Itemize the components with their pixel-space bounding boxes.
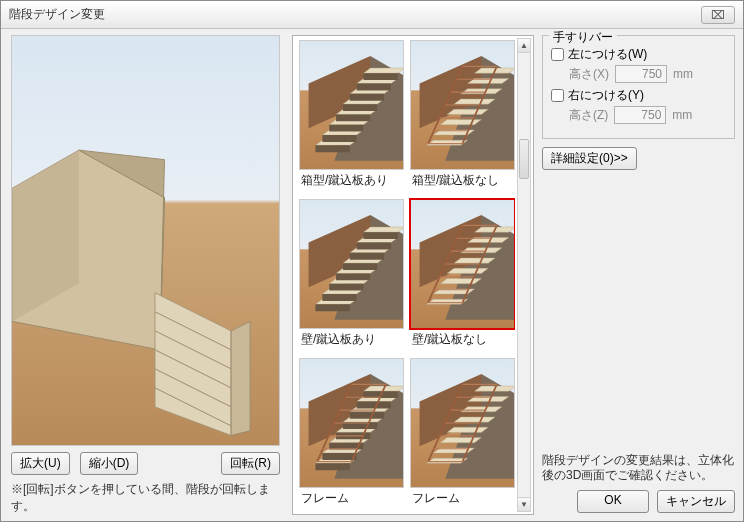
thumbnail-label: 壁/蹴込板なし <box>410 329 515 352</box>
svg-marker-99 <box>357 402 391 409</box>
gallery-scrollbar[interactable]: ▲ ▼ <box>517 38 531 512</box>
gallery-container: 箱型/蹴込板あり箱型/蹴込板なし壁/蹴込板あり壁/蹴込板なしフレームフレーム ▲… <box>292 35 534 515</box>
svg-marker-54 <box>329 284 363 291</box>
svg-marker-60 <box>350 253 384 260</box>
scroll-handle[interactable] <box>519 139 529 179</box>
svg-marker-71 <box>454 258 495 263</box>
stair-thumbnail[interactable] <box>299 40 404 170</box>
preview-pane: 拡大(U) 縮小(D) 回転(R) ※[回転]ボタンを押している間、階段が回転し… <box>1 29 286 521</box>
thumbnail-cell: フレーム <box>410 358 515 510</box>
thumbnail-cell: 壁/蹴込板あり <box>299 199 404 352</box>
svg-marker-26 <box>364 68 403 73</box>
titlebar: 階段デザイン変更 ⌧ <box>1 1 743 29</box>
svg-marker-17 <box>329 125 363 132</box>
svg-marker-62 <box>357 243 391 250</box>
svg-marker-13 <box>315 145 349 152</box>
svg-marker-27 <box>364 73 398 80</box>
right-handrail-row: 右につける(Y) <box>551 87 726 104</box>
svg-marker-34 <box>454 99 495 104</box>
detail-settings-button[interactable]: 詳細設定(0)>> <box>542 147 637 170</box>
handrail-legend: 手すりバー <box>549 29 617 46</box>
cancel-button[interactable]: キャンセル <box>657 490 735 513</box>
thumbnail-cell: フレーム <box>299 358 404 510</box>
handrail-group: 手すりバー 左につける(W) 高さ(X) mm 右につける(Y) <box>542 35 735 139</box>
thumbnail-label: フレーム <box>410 488 515 510</box>
window-title: 階段デザイン変更 <box>9 6 105 23</box>
svg-marker-64 <box>364 232 398 239</box>
gallery-pane: 箱型/蹴込板あり箱型/蹴込板なし壁/蹴込板あり壁/蹴込板なしフレームフレーム ▲… <box>286 29 538 521</box>
thumbnail-label: 箱型/蹴込板なし <box>410 170 515 193</box>
svg-marker-69 <box>440 279 481 284</box>
thumbnail-grid: 箱型/蹴込板あり箱型/蹴込板なし壁/蹴込板あり壁/蹴込板なしフレームフレーム <box>299 40 515 510</box>
right-height-row: 高さ(Z) mm <box>569 106 726 124</box>
dialog-body: 拡大(U) 縮小(D) 回転(R) ※[回転]ボタンを押している間、階段が回転し… <box>1 29 743 521</box>
svg-marker-67 <box>426 299 467 304</box>
thumbnail-cell: 箱型/蹴込板なし <box>410 40 515 193</box>
controls-pane: 手すりバー 左につける(W) 高さ(X) mm 右につける(Y) <box>538 29 743 521</box>
svg-marker-89 <box>322 453 356 460</box>
left-height-unit: mm <box>673 67 693 81</box>
close-button[interactable]: ⌧ <box>701 6 735 24</box>
svg-marker-113 <box>426 458 467 463</box>
left-handrail-checkbox[interactable] <box>551 48 564 61</box>
gallery-scroll: 箱型/蹴込板あり箱型/蹴込板なし壁/蹴込板あり壁/蹴込板なしフレームフレーム <box>299 40 515 510</box>
svg-marker-52 <box>322 294 356 301</box>
thumbnail-label: 壁/蹴込板あり <box>299 329 404 352</box>
footer-note: 階段デザインの変更結果は、立体化後の3D画面でご確認ください。 <box>542 453 735 484</box>
svg-marker-70 <box>447 268 488 273</box>
svg-marker-21 <box>343 104 377 111</box>
svg-marker-56 <box>336 273 370 280</box>
thumbnail-label: フレーム <box>299 488 404 510</box>
svg-marker-30 <box>426 140 467 145</box>
svg-marker-118 <box>461 407 502 412</box>
zoom-in-button[interactable]: 拡大(U) <box>11 452 70 475</box>
ok-button[interactable]: OK <box>577 490 649 513</box>
close-icon: ⌧ <box>711 8 725 22</box>
svg-marker-15 <box>322 135 356 142</box>
right-handrail-checkbox[interactable] <box>551 89 564 102</box>
svg-marker-33 <box>447 109 488 114</box>
svg-marker-116 <box>447 427 488 432</box>
right-handrail-label: 右につける(Y) <box>568 87 644 104</box>
rotate-hint: ※[回転]ボタンを押している間、階段が回転します。 <box>11 481 280 515</box>
svg-marker-25 <box>357 84 391 91</box>
svg-marker-9 <box>231 321 250 435</box>
stair-thumbnail[interactable] <box>410 199 515 329</box>
right-height-unit: mm <box>672 108 692 122</box>
stair-thumbnail[interactable] <box>410 40 515 170</box>
left-height-row: 高さ(X) mm <box>569 65 726 83</box>
stair-thumbnail[interactable] <box>410 358 515 488</box>
svg-marker-63 <box>364 227 403 232</box>
zoom-out-button[interactable]: 縮小(D) <box>80 452 139 475</box>
svg-marker-97 <box>350 412 384 419</box>
right-height-input <box>614 106 666 124</box>
left-handrail-row: 左につける(W) <box>551 46 726 63</box>
svg-marker-23 <box>350 94 384 101</box>
right-height-label: 高さ(Z) <box>569 107 608 124</box>
svg-marker-115 <box>440 438 481 443</box>
stair-thumbnail[interactable] <box>299 358 404 488</box>
stair-thumbnail[interactable] <box>299 199 404 329</box>
dialog-window: 階段デザイン変更 ⌧ <box>0 0 744 522</box>
svg-marker-72 <box>461 248 502 253</box>
svg-marker-32 <box>440 120 481 125</box>
svg-marker-87 <box>315 463 349 470</box>
svg-marker-35 <box>461 89 502 94</box>
left-height-input <box>615 65 667 83</box>
svg-marker-58 <box>343 263 377 270</box>
thumbnail-cell: 箱型/蹴込板あり <box>299 40 404 193</box>
svg-marker-19 <box>336 114 370 121</box>
scroll-down-icon[interactable]: ▼ <box>518 497 530 511</box>
svg-marker-117 <box>454 417 495 422</box>
left-height-label: 高さ(X) <box>569 66 609 83</box>
left-handrail-label: 左につける(W) <box>568 46 647 63</box>
thumbnail-label: 箱型/蹴込板あり <box>299 170 404 193</box>
svg-marker-50 <box>315 304 349 311</box>
preview-3d[interactable] <box>11 35 280 446</box>
preview-stair-svg <box>12 36 279 445</box>
thumbnail-cell: 壁/蹴込板なし <box>410 199 515 352</box>
preview-buttons: 拡大(U) 縮小(D) 回転(R) <box>11 452 280 475</box>
dialog-buttons: OK キャンセル <box>542 490 735 513</box>
scroll-up-icon[interactable]: ▲ <box>518 39 530 53</box>
rotate-button[interactable]: 回転(R) <box>221 452 280 475</box>
